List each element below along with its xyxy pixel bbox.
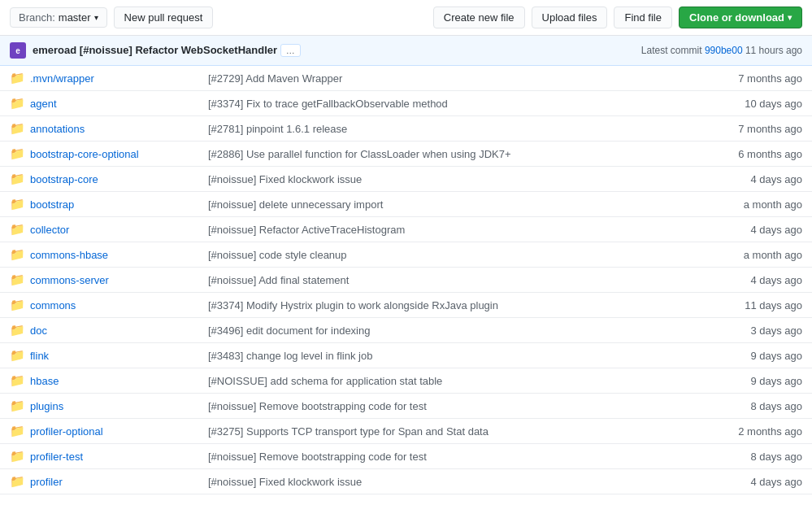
folder-icon: 📁: [10, 71, 25, 85]
commit-msg-link[interactable]: [#noissue] Fixed klockwork issue: [208, 173, 362, 185]
folder-link[interactable]: plugins: [30, 400, 63, 412]
toolbar: Branch: master ▾ New pull request Create…: [0, 0, 812, 36]
commit-cell-14: [#3275] Supports TCP transport type for …: [198, 419, 706, 444]
folder-link[interactable]: agent: [30, 98, 57, 110]
commit-msg-link[interactable]: [#noissue] Remove bootstrapping code for…: [208, 451, 427, 463]
commit-cell-4: [#noissue] Fixed klockwork issue: [198, 167, 706, 192]
chevron-down-icon: ▾: [94, 13, 98, 22]
table-row: 📁 profiler-test [#noissue] Remove bootst…: [0, 444, 812, 469]
commit-msg-link[interactable]: [#noissue] Add final statement: [208, 274, 349, 286]
folder-link[interactable]: commons-hbase: [30, 249, 108, 261]
commit-msg-link[interactable]: [#3374] Modify Hystrix plugin to work al…: [208, 299, 498, 311]
commit-time: 11 hours ago: [745, 45, 802, 56]
time-cell-7: a month ago: [706, 242, 812, 268]
folder-cell-7: 📁 commons-hbase: [0, 242, 198, 268]
commit-msg-link[interactable]: [#noissue] Remove bootstrapping code for…: [208, 400, 427, 412]
time-cell-14: 2 months ago: [706, 419, 812, 444]
commit-hash-link[interactable]: 990be00: [705, 45, 743, 56]
folder-icon: 📁: [10, 222, 25, 237]
commit-msg-link[interactable]: [#3374] Fix to trace getFallbackObservab…: [208, 98, 448, 110]
table-row: 📁 commons-hbase [#noissue] code style cl…: [0, 242, 812, 268]
folder-link[interactable]: profiler-optional: [30, 425, 103, 438]
folder-link[interactable]: hbase: [30, 375, 59, 387]
branch-name: master: [59, 11, 91, 24]
time-cell-0: 7 months ago: [706, 66, 812, 91]
commit-username-link[interactable]: emeroad: [33, 44, 76, 56]
commit-msg-link[interactable]: [#2729] Add Maven Wrapper: [208, 72, 342, 85]
latest-commit-label: Latest commit: [641, 45, 702, 56]
time-cell-10: 3 days ago: [706, 318, 812, 343]
folder-icon: 📁: [10, 197, 25, 211]
folder-cell-8: 📁 commons-server: [0, 268, 198, 293]
clone-or-download-label: Clone or download: [689, 11, 784, 24]
folder-icon: 📁: [10, 146, 25, 161]
commit-msg-link[interactable]: [#3496] edit document for indexing: [208, 324, 370, 337]
folder-link[interactable]: commons-server: [30, 274, 109, 286]
folder-link[interactable]: bootstrap-core: [30, 173, 98, 185]
create-new-file-button[interactable]: Create new file: [433, 7, 525, 28]
folder-link[interactable]: .mvn/wrapper: [30, 72, 94, 85]
folder-link[interactable]: commons: [30, 299, 76, 311]
dots-button[interactable]: …: [280, 44, 301, 57]
folder-cell-9: 📁 commons: [0, 293, 198, 318]
commit-msg-link[interactable]: [#NOISSUE] add schema for application st…: [208, 375, 442, 387]
folder-cell-10: 📁 doc: [0, 318, 198, 343]
table-row: 📁 bootstrap [#noissue] delete unnecessar…: [0, 192, 812, 217]
find-file-button[interactable]: Find file: [614, 7, 672, 28]
commit-message-link[interactable]: [#noissue] Refactor WebSocketHandler: [80, 44, 277, 56]
time-cell-1: 10 days ago: [706, 91, 812, 116]
upload-files-button[interactable]: Upload files: [532, 7, 608, 28]
time-cell-3: 6 months ago: [706, 142, 812, 167]
folder-icon: 📁: [10, 424, 25, 438]
time-cell-11: 9 days ago: [706, 343, 812, 368]
commit-msg-link[interactable]: [#noissue] code style cleanup: [208, 249, 347, 261]
toolbar-right: Create new file Upload files Find file C…: [433, 7, 802, 28]
folder-cell-15: 📁 profiler-test: [0, 444, 198, 469]
new-pull-request-button[interactable]: New pull request: [114, 7, 214, 28]
folder-cell-12: 📁 hbase: [0, 368, 198, 394]
branch-selector[interactable]: Branch: master ▾: [10, 7, 107, 28]
commit-msg-link[interactable]: [#2781] pinpoint 1.6.1 release: [208, 123, 347, 135]
time-cell-6: 4 days ago: [706, 217, 812, 242]
table-row: 📁 flink [#3483] change log level in flin…: [0, 343, 812, 368]
commit-msg-link[interactable]: [#noissue] Refactor ActiveTraceHistogram: [208, 224, 405, 236]
table-row: 📁 bootstrap-core-optional [#2886] Use pa…: [0, 142, 812, 167]
table-row: 📁 profiler [#noissue] Fixed klockwork is…: [0, 469, 812, 494]
folder-link[interactable]: doc: [30, 324, 47, 337]
commit-msg-link[interactable]: [#3483] change log level in flink job: [208, 350, 372, 362]
commit-cell-3: [#2886] Use parallel function for ClassL…: [198, 142, 706, 167]
file-table: 📁 .mvn/wrapper [#2729] Add Maven Wrapper…: [0, 66, 812, 494]
commit-cell-6: [#noissue] Refactor ActiveTraceHistogram: [198, 217, 706, 242]
table-row: 📁 commons-server [#noissue] Add final st…: [0, 268, 812, 293]
clone-or-download-button[interactable]: Clone or download ▾: [679, 7, 802, 28]
folder-cell-0: 📁 .mvn/wrapper: [0, 66, 198, 91]
folder-icon: 📁: [10, 172, 25, 186]
commit-msg-link[interactable]: [#3275] Supports TCP transport type for …: [208, 425, 489, 438]
time-cell-4: 4 days ago: [706, 167, 812, 192]
commit-cell-16: [#noissue] Fixed klockwork issue: [198, 469, 706, 494]
folder-cell-4: 📁 bootstrap-core: [0, 167, 198, 192]
commit-cell-10: [#3496] edit document for indexing: [198, 318, 706, 343]
commit-cell-0: [#2729] Add Maven Wrapper: [198, 66, 706, 91]
folder-icon: 📁: [10, 121, 25, 136]
folder-icon: 📁: [10, 373, 25, 388]
folder-link[interactable]: annotations: [30, 123, 85, 135]
folder-cell-1: 📁 agent: [0, 91, 198, 116]
folder-icon: 📁: [10, 323, 25, 338]
folder-link[interactable]: collector: [30, 224, 69, 236]
folder-icon: 📁: [10, 449, 25, 464]
folder-link[interactable]: bootstrap-core-optional: [30, 148, 139, 160]
commit-msg-link[interactable]: [#noissue] Fixed klockwork issue: [208, 476, 362, 488]
commit-cell-5: [#noissue] delete unnecessary import: [198, 192, 706, 217]
commit-msg-link[interactable]: [#2886] Use parallel function for ClassL…: [208, 148, 511, 160]
folder-link[interactable]: profiler: [30, 476, 63, 488]
folder-link[interactable]: profiler-test: [30, 451, 83, 463]
table-row: 📁 doc [#3496] edit document for indexing…: [0, 318, 812, 343]
commit-cell-7: [#noissue] code style cleanup: [198, 242, 706, 268]
folder-link[interactable]: flink: [30, 350, 49, 362]
commit-msg-link[interactable]: [#noissue] delete unnecessary import: [208, 198, 383, 211]
folder-link[interactable]: bootstrap: [30, 198, 74, 211]
commit-cell-11: [#3483] change log level in flink job: [198, 343, 706, 368]
avatar: e: [10, 42, 26, 59]
commit-meta: Latest commit 990be00 11 hours ago: [641, 45, 802, 56]
